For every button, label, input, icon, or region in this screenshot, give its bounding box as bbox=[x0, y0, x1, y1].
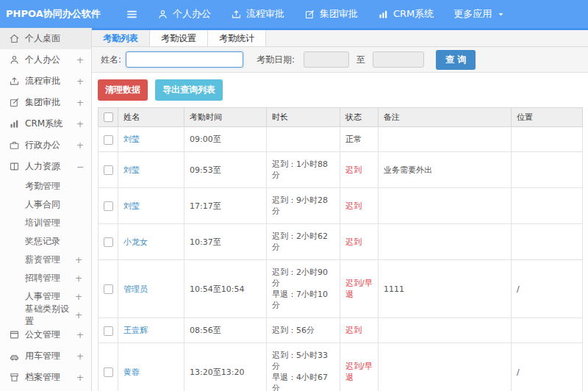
duration-cell: 迟到：5小时33分早退：4小时67分 bbox=[267, 343, 340, 391]
menu-icon[interactable] bbox=[126, 8, 138, 21]
app-root: PHPOA协同办公软件 个人办公流程审批集团审批CRM系统更多应用 个人桌面个人… bbox=[0, 0, 588, 391]
status-cell: 迟到/早退 bbox=[340, 260, 379, 318]
status-cell: 迟到 bbox=[340, 318, 379, 343]
sidebar-subitem-attendance-management[interactable]: 考勤管理 bbox=[0, 177, 91, 196]
status-cell: 迟到/早退 bbox=[340, 343, 379, 391]
employee-name-link[interactable]: 小龙女 bbox=[123, 237, 148, 247]
tab-attendance-list[interactable]: 考勤列表 bbox=[92, 30, 150, 46]
location-cell bbox=[512, 152, 583, 188]
row-checkbox[interactable] bbox=[104, 284, 113, 294]
bar-chart-icon bbox=[9, 118, 20, 129]
sidebar-subitem-label: 培训管理 bbox=[25, 217, 60, 229]
sidebar-item-personal-office[interactable]: 个人办公+ bbox=[0, 49, 91, 71]
sidebar-subitem-reward-punishment-records[interactable]: 奖惩记录 bbox=[0, 232, 91, 251]
row-checkbox[interactable] bbox=[104, 237, 113, 247]
filter-bar: 姓名: 考勤日期: 至 查 询 bbox=[92, 47, 588, 73]
sidebar-item-label: 用车管理 bbox=[25, 350, 60, 362]
user-icon bbox=[9, 54, 20, 65]
upload-icon bbox=[231, 9, 242, 20]
column-header: 姓名 bbox=[118, 108, 184, 127]
nav-item-group-approval[interactable]: 集团审批 bbox=[304, 7, 358, 21]
sidebar-subitem-label: 人事管理 bbox=[25, 290, 60, 303]
employee-name-link[interactable]: 王壹辉 bbox=[123, 326, 148, 335]
attendance-table: 姓名考勤时间时长状态备注位置 刘莹09:00至正常刘莹09:53至迟到：1小时8… bbox=[98, 107, 583, 391]
sidebar-subitem-training-management[interactable]: 培训管理 bbox=[0, 214, 91, 232]
attendance-time-cell: 09:53至 bbox=[184, 152, 267, 188]
row-checkbox[interactable] bbox=[104, 367, 113, 377]
expand-toggle: + bbox=[76, 140, 84, 151]
upload-icon bbox=[9, 76, 20, 87]
sidebar-subitem-basic-category-settings[interactable]: 基础类别设置+ bbox=[0, 306, 91, 324]
table-row: 管理员10:54至10:54迟到：2小时90分早退：7小时10分迟到/早退111… bbox=[98, 260, 583, 318]
expand-toggle: + bbox=[75, 310, 82, 320]
remark-cell bbox=[379, 318, 512, 343]
date-label: 考勤日期: bbox=[257, 54, 295, 66]
row-checkbox[interactable] bbox=[104, 326, 113, 336]
table-row: 小龙女10:37至迟到：2小时62分迟到 bbox=[98, 224, 583, 260]
sidebar-item-label: 人力资源 bbox=[25, 160, 60, 173]
location-cell bbox=[512, 127, 583, 152]
table-row: 黄蓉13:20至13:20迟到：5小时33分早退：4小时67分迟到/早退/ bbox=[98, 343, 583, 391]
employee-name-link[interactable]: 管理员 bbox=[123, 284, 148, 294]
sidebar-item-group-approval[interactable]: 集团审批+ bbox=[0, 92, 91, 113]
employee-name-link[interactable]: 黄蓉 bbox=[123, 367, 140, 377]
sidebar-item-crm-system[interactable]: CRM系统+ bbox=[0, 113, 91, 134]
employee-name-link[interactable]: 刘莹 bbox=[123, 165, 140, 175]
remark-cell: 业务需要外出 bbox=[379, 152, 512, 188]
sidebar-item-admin-office[interactable]: 行政办公+ bbox=[0, 134, 91, 156]
date-to-input[interactable] bbox=[373, 51, 424, 68]
nav-item-personal-office[interactable]: 个人办公 bbox=[157, 7, 211, 21]
doc-icon bbox=[9, 329, 20, 340]
table-row: 刘莹09:00至正常 bbox=[98, 127, 583, 152]
location-cell bbox=[512, 224, 583, 260]
name-input[interactable] bbox=[126, 51, 243, 68]
nav-item-label: 个人办公 bbox=[173, 7, 211, 21]
sidebar-item-workflow-approval[interactable]: 流程审批+ bbox=[0, 71, 91, 92]
date-from-input[interactable] bbox=[304, 51, 349, 68]
sidebar-subitem-label: 薪资管理 bbox=[25, 254, 60, 266]
employee-name-link[interactable]: 刘莹 bbox=[123, 134, 140, 144]
expand-toggle: + bbox=[76, 330, 84, 340]
remark-cell bbox=[379, 224, 512, 260]
remark-cell bbox=[379, 127, 512, 152]
status-cell: 迟到 bbox=[340, 188, 379, 224]
column-header: 备注 bbox=[379, 108, 512, 127]
row-checkbox[interactable] bbox=[104, 165, 113, 175]
sidebar-item-vehicle-management[interactable]: 用车管理+ bbox=[0, 345, 91, 367]
sidebar-item-archive-management[interactable]: 档案管理+ bbox=[0, 367, 91, 388]
select-all-checkbox[interactable] bbox=[104, 112, 113, 122]
sidebar-item-human-resources[interactable]: 人力资源− bbox=[0, 156, 91, 177]
attendance-time-cell: 09:00至 bbox=[184, 127, 267, 152]
sidebar-subitem-label: 人事合同 bbox=[25, 198, 60, 211]
employee-name-link[interactable]: 刘莹 bbox=[123, 201, 140, 211]
nav-item-more-apps[interactable]: 更多应用 bbox=[453, 7, 506, 21]
expand-toggle: + bbox=[75, 273, 82, 284]
export-list-button[interactable]: 导出查询列表 bbox=[155, 79, 223, 101]
sidebar-item-label: 行政办公 bbox=[25, 139, 60, 151]
nav-item-workflow-approval[interactable]: 流程审批 bbox=[231, 7, 284, 21]
sidebar-subitem-recruitment-management[interactable]: 招聘管理+ bbox=[0, 269, 91, 287]
main-content: 考勤列表考勤设置考勤统计 姓名: 考勤日期: 至 查 询 清理数据 导出查询列表 bbox=[92, 28, 588, 391]
location-cell: / bbox=[512, 260, 583, 318]
search-button[interactable]: 查 询 bbox=[436, 50, 476, 70]
clean-data-button[interactable]: 清理数据 bbox=[98, 79, 148, 101]
row-checkbox[interactable] bbox=[104, 135, 113, 145]
tab-attendance-settings[interactable]: 考勤设置 bbox=[150, 30, 208, 46]
sidebar-subitem-label: 考勤管理 bbox=[25, 180, 60, 193]
tab-attendance-stats[interactable]: 考勤统计 bbox=[208, 30, 266, 46]
edit-icon bbox=[9, 97, 20, 108]
tab-bar: 考勤列表考勤设置考勤统计 bbox=[92, 30, 588, 47]
sidebar-item-project-management[interactable]: 项目管理+ bbox=[0, 388, 91, 391]
sidebar-item-personal-desktop[interactable]: 个人桌面 bbox=[0, 28, 91, 49]
sidebar-subitem-label: 奖惩记录 bbox=[25, 235, 60, 248]
caret-down-icon bbox=[496, 10, 506, 19]
sidebar-subitem-salary-management[interactable]: 薪资管理+ bbox=[0, 251, 91, 269]
nav-item-crm-system[interactable]: CRM系统 bbox=[378, 7, 434, 21]
attendance-time-cell: 10:37至 bbox=[184, 224, 267, 260]
home-icon bbox=[9, 33, 20, 44]
row-checkbox[interactable] bbox=[104, 201, 113, 211]
sidebar-subitem-personnel-contract[interactable]: 人事合同 bbox=[0, 196, 91, 214]
expand-toggle: + bbox=[76, 76, 84, 87]
table-row: 刘莹17:17至迟到：9小时28分迟到 bbox=[98, 188, 583, 224]
remark-cell bbox=[379, 343, 512, 391]
